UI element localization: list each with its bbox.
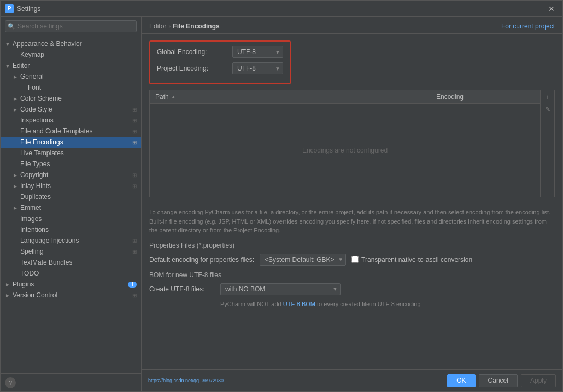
global-encoding-label: Global Encoding: xyxy=(157,48,228,56)
modified-icon: ⊞ xyxy=(132,292,137,299)
dialog-body: 🔍 ▼ Appearance & Behavior Keymap ▼ xyxy=(1,17,562,391)
path-column-header: Path ▲ xyxy=(150,90,431,103)
help-button[interactable]: ? xyxy=(5,377,16,388)
description-text: To change encoding PyCharm uses for a fi… xyxy=(149,202,555,235)
bom-select-wrap: with NO BOM with BOM ▼ xyxy=(220,283,341,295)
sidebar-item-spelling[interactable]: Spelling ⊞ xyxy=(1,246,141,257)
search-box: 🔍 xyxy=(1,17,141,36)
sidebar-item-version-control[interactable]: ► Version Control ⊞ xyxy=(1,290,141,301)
encoding-highlight-box: Global Encoding: UTF-8 UTF-16 ISO-8859-1… xyxy=(149,40,291,84)
breadcrumb-current: File Encodings xyxy=(173,22,219,30)
table-actions: + ✎ xyxy=(541,90,555,197)
search-input[interactable] xyxy=(5,20,137,32)
sidebar-tree: ▼ Appearance & Behavior Keymap ▼ Editor … xyxy=(1,36,141,373)
settings-dialog: P Settings ✕ 🔍 ▼ Appearance & Behavior xyxy=(0,0,563,392)
breadcrumb: Editor › File Encodings xyxy=(149,22,220,30)
sidebar-item-copyright[interactable]: ► Copyright ⊞ xyxy=(1,169,141,180)
sidebar-item-font[interactable]: Font xyxy=(1,82,141,93)
sidebar-item-file-types[interactable]: File Types xyxy=(1,159,141,169)
sidebar-item-general[interactable]: ► General xyxy=(1,71,141,82)
sidebar-item-file-encodings[interactable]: File Encodings ⊞ xyxy=(1,137,141,148)
project-encoding-label: Project Encoding: xyxy=(157,65,228,72)
modified-icon: ⊞ xyxy=(132,183,137,189)
sidebar-item-code-style[interactable]: ► Code Style ⊞ xyxy=(1,104,141,115)
transparent-label: Transparent native-to-ascii conversion xyxy=(361,256,472,264)
sidebar-item-emmet[interactable]: ► Emmet xyxy=(1,202,141,213)
expand-arrow: ► xyxy=(13,107,20,113)
create-utf8-label: Create UTF-8 files: xyxy=(149,285,215,293)
project-encoding-row: Project Encoding: UTF-8 UTF-16 ISO-8859-… xyxy=(157,62,283,74)
cancel-button[interactable]: Cancel xyxy=(479,374,518,387)
breadcrumb-separator: › xyxy=(168,22,171,30)
sidebar-item-color-scheme[interactable]: ► Color Scheme xyxy=(1,93,141,104)
expand-arrow: ▼ xyxy=(5,63,13,69)
expand-arrow: ► xyxy=(13,172,20,178)
table-header: Path ▲ Encoding xyxy=(150,90,540,104)
global-encoding-select[interactable]: UTF-8 UTF-16 ISO-8859-1 GBK xyxy=(232,46,283,58)
edit-encoding-button[interactable]: ✎ xyxy=(542,103,554,115)
default-encoding-row: Default encoding for properties files: <… xyxy=(149,254,555,266)
close-button[interactable]: ✕ xyxy=(545,3,558,14)
sidebar-item-appearance-behavior[interactable]: ▼ Appearance & Behavior xyxy=(1,38,141,49)
empty-message: Encodings are not configured xyxy=(302,147,388,154)
sidebar-item-editor[interactable]: ▼ Editor xyxy=(1,60,141,71)
sidebar-item-duplicates[interactable]: Duplicates xyxy=(1,191,141,202)
breadcrumb-parent: Editor xyxy=(149,22,166,30)
expand-arrow: ► xyxy=(13,96,20,102)
sort-icon: ▲ xyxy=(171,94,176,100)
bom-note: PyCharm will NOT add UTF-8 BOM to every … xyxy=(149,301,555,307)
sidebar: 🔍 ▼ Appearance & Behavior Keymap ▼ xyxy=(1,17,142,391)
utf8-bom-link[interactable]: UTF-8 BOM xyxy=(283,301,315,307)
add-encoding-button[interactable]: + xyxy=(542,91,554,103)
table-inner: Path ▲ Encoding Encodings are not config… xyxy=(149,90,541,197)
modified-icon: ⊞ xyxy=(132,249,137,255)
table-wrapper: Path ▲ Encoding Encodings are not config… xyxy=(149,90,555,197)
bom-note-suffix: to every created file in UTF-8 encoding xyxy=(315,301,421,307)
encoding-table-container: Path ▲ Encoding Encodings are not config… xyxy=(149,90,555,197)
content-main: Global Encoding: UTF-8 UTF-16 ISO-8859-1… xyxy=(142,34,562,369)
bom-section: BOM for new UTF-8 files Create UTF-8 fil… xyxy=(149,271,555,307)
project-encoding-select-wrap: UTF-8 UTF-16 ISO-8859-1 GBK ▼ xyxy=(232,62,283,74)
content-header: Editor › File Encodings For current proj… xyxy=(142,17,562,34)
properties-section: Properties Files (*.properties) Default … xyxy=(149,242,555,266)
sidebar-item-keymap[interactable]: Keymap xyxy=(1,49,141,60)
transparent-checkbox[interactable] xyxy=(351,256,359,263)
modified-icon: ⊞ xyxy=(132,107,137,113)
sidebar-item-todo[interactable]: TODO xyxy=(1,268,141,279)
sidebar-item-plugins[interactable]: ► Plugins 1 xyxy=(1,279,141,290)
title-bar: P Settings ✕ xyxy=(1,1,562,17)
ok-button[interactable]: OK xyxy=(447,374,475,387)
plugins-badge: 1 xyxy=(128,282,137,288)
modified-icon: ⊞ xyxy=(132,139,137,145)
default-encoding-form-label: Default encoding for properties files: xyxy=(149,256,254,264)
sidebar-item-textmate-bundles[interactable]: TextMate Bundles xyxy=(1,257,141,268)
app-icon: P xyxy=(5,4,14,13)
table-body: Encodings are not configured xyxy=(150,104,540,197)
modified-icon: ⊞ xyxy=(132,118,137,124)
apply-button[interactable]: Apply xyxy=(521,374,556,387)
expand-arrow: ▼ xyxy=(5,41,13,47)
sidebar-item-images[interactable]: Images xyxy=(1,213,141,224)
global-encoding-row: Global Encoding: UTF-8 UTF-16 ISO-8859-1… xyxy=(157,46,283,58)
search-icon: 🔍 xyxy=(8,23,15,30)
modified-icon: ⊞ xyxy=(132,128,137,134)
title-bar-text: Settings xyxy=(17,5,545,13)
sidebar-item-file-code-templates[interactable]: File and Code Templates ⊞ xyxy=(1,126,141,137)
content-area: Editor › File Encodings For current proj… xyxy=(142,17,562,391)
modified-icon: ⊞ xyxy=(132,238,137,244)
expand-arrow: ► xyxy=(13,183,20,189)
sidebar-item-language-injections[interactable]: Language Injections ⊞ xyxy=(1,235,141,246)
sidebar-item-inspections[interactable]: Inspections ⊞ xyxy=(1,115,141,126)
sidebar-item-inlay-hints[interactable]: ► Inlay Hints ⊞ xyxy=(1,180,141,191)
watermark: https://blog.csdn.net/qq_36972930 xyxy=(148,378,224,383)
bom-note-prefix: PyCharm will NOT add xyxy=(220,301,283,307)
bom-select[interactable]: with NO BOM with BOM xyxy=(220,283,341,295)
sidebar-item-live-templates[interactable]: Live Templates xyxy=(1,148,141,159)
for-project-link[interactable]: For current project xyxy=(501,22,555,30)
expand-arrow: ► xyxy=(13,205,20,211)
dialog-footer: https://blog.csdn.net/qq_36972930 OK Can… xyxy=(142,369,562,391)
default-encoding-select[interactable]: <System Default: GBK> UTF-8 ISO-8859-1 xyxy=(260,254,346,266)
expand-arrow: ► xyxy=(13,74,20,80)
project-encoding-select[interactable]: UTF-8 UTF-16 ISO-8859-1 GBK xyxy=(232,62,283,74)
sidebar-item-intentions[interactable]: Intentions xyxy=(1,224,141,235)
